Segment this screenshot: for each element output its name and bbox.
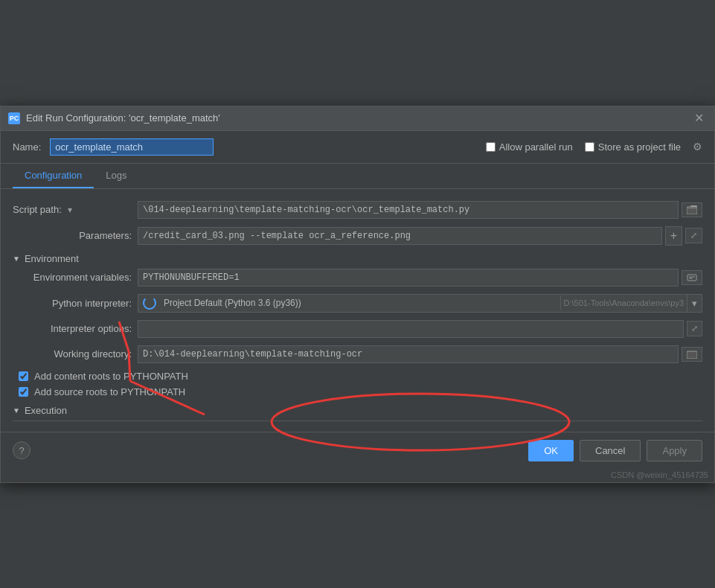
environment-label: Environment bbox=[25, 253, 79, 264]
execution-label: Execution bbox=[25, 405, 67, 416]
interpreter-select-container[interactable]: Project Default (Python 3.6 (py36)) D:\5… bbox=[138, 294, 702, 313]
allow-parallel-group: Allow parallel run bbox=[486, 141, 573, 153]
pycharm-icon: PC bbox=[8, 112, 20, 124]
tab-configuration[interactable]: Configuration bbox=[13, 164, 94, 188]
script-path-row: Script path: ▾ bbox=[13, 201, 702, 219]
script-path-dropdown-arrow[interactable]: ▾ bbox=[68, 205, 72, 215]
working-dir-input[interactable] bbox=[138, 345, 679, 363]
svg-rect-6 bbox=[687, 351, 697, 359]
parameters-label: Parameters: bbox=[13, 230, 132, 241]
interpreter-dropdown-arrow-icon[interactable]: ▾ bbox=[687, 295, 702, 312]
allow-parallel-checkbox[interactable] bbox=[486, 142, 496, 152]
python-interpreter-label: Python interpreter: bbox=[13, 298, 132, 309]
allow-parallel-label: Allow parallel run bbox=[499, 141, 573, 153]
add-source-roots-label: Add source roots to PYTHONPATH bbox=[34, 386, 185, 397]
help-button[interactable]: ? bbox=[13, 441, 31, 459]
env-vars-row: Environment variables: bbox=[13, 269, 702, 287]
close-button[interactable]: ✕ bbox=[691, 111, 707, 126]
execution-section-header: ▼ Execution bbox=[13, 405, 702, 416]
tab-logs[interactable]: Logs bbox=[94, 164, 138, 188]
store-project-label: Store as project file bbox=[598, 141, 681, 153]
svg-rect-2 bbox=[687, 207, 697, 214]
apply-button[interactable]: Apply bbox=[647, 440, 702, 461]
cancel-button[interactable]: Cancel bbox=[580, 440, 641, 461]
script-path-input[interactable] bbox=[138, 201, 679, 219]
env-vars-field bbox=[138, 269, 702, 287]
python-interpreter-row: Python interpreter: Project Default (Pyt… bbox=[13, 294, 702, 313]
add-source-roots-row: Add source roots to PYTHONPATH bbox=[13, 386, 702, 397]
title-bar: PC Edit Run Configuration: 'ocr_template… bbox=[1, 106, 714, 131]
parameters-row: Parameters: + ⤢ bbox=[13, 226, 702, 246]
add-content-roots-row: Add content roots to PYTHONPATH bbox=[13, 371, 702, 382]
working-dir-browse-btn[interactable] bbox=[682, 347, 702, 362]
store-project-group: Store as project file bbox=[585, 141, 681, 153]
environment-section-header: ▼ Environment bbox=[13, 253, 702, 264]
execution-arrow-icon[interactable]: ▼ bbox=[13, 406, 20, 415]
name-input[interactable] bbox=[50, 138, 214, 156]
store-project-checkbox[interactable] bbox=[585, 142, 594, 152]
interpreter-options-label: Interpreter options: bbox=[13, 323, 132, 334]
parameters-field: + ⤢ bbox=[138, 226, 702, 246]
content-area: Script path: ▾ bbox=[1, 189, 714, 432]
interpreter-path: D:\501-Tools\Anaconda\envs\py3 bbox=[560, 295, 687, 310]
bottom-bar: ? OK Cancel Apply bbox=[1, 432, 714, 469]
interpreter-row: Project Default (Python 3.6 (py36)) D:\5… bbox=[138, 294, 702, 313]
ok-button[interactable]: OK bbox=[528, 440, 574, 461]
svg-rect-3 bbox=[687, 275, 696, 281]
env-vars-input[interactable] bbox=[138, 269, 679, 287]
script-path-field bbox=[138, 201, 702, 219]
gear-icon[interactable]: ⚙ bbox=[693, 141, 702, 153]
edit-run-config-dialog: PC Edit Run Configuration: 'ocr_template… bbox=[0, 106, 715, 483]
parameters-input[interactable] bbox=[138, 227, 662, 245]
execution-section: ▼ Execution bbox=[13, 405, 702, 421]
interpreter-options-field: ⤢ bbox=[138, 320, 702, 338]
env-vars-edit-btn[interactable] bbox=[682, 270, 702, 285]
dialog-title: Edit Run Configuration: 'ocr_template_ma… bbox=[26, 112, 685, 124]
watermark: CSDN @weixin_45164735 bbox=[1, 469, 714, 482]
add-source-roots-checkbox[interactable] bbox=[19, 387, 28, 397]
script-path-browse-btn[interactable] bbox=[682, 202, 702, 217]
header-row: Name: Allow parallel run Store as projec… bbox=[1, 131, 714, 164]
add-content-roots-label: Add content roots to PYTHONPATH bbox=[34, 371, 188, 382]
add-content-roots-checkbox[interactable] bbox=[19, 371, 28, 381]
name-label: Name: bbox=[13, 141, 41, 153]
interpreter-name: Project Default (Python 3.6 (py36)) bbox=[161, 295, 560, 311]
interpreter-loading-icon bbox=[143, 296, 156, 310]
interpreter-options-input[interactable] bbox=[138, 320, 684, 338]
parameters-add-btn[interactable]: + bbox=[665, 226, 682, 246]
working-dir-field bbox=[138, 345, 702, 363]
environment-arrow-icon[interactable]: ▼ bbox=[13, 255, 20, 263]
interpreter-options-row: Interpreter options: ⤢ bbox=[13, 320, 702, 338]
working-dir-row: Working directory: bbox=[13, 345, 702, 363]
execution-divider bbox=[13, 421, 702, 421]
header-options: Allow parallel run Store as project file… bbox=[486, 141, 702, 153]
working-dir-label: Working directory: bbox=[13, 348, 132, 359]
tabs-row: Configuration Logs bbox=[1, 164, 714, 189]
parameters-expand-btn[interactable]: ⤢ bbox=[685, 228, 702, 243]
env-vars-label: Environment variables: bbox=[13, 272, 132, 283]
interpreter-options-expand-btn[interactable]: ⤢ bbox=[687, 321, 702, 336]
script-path-label: Script path: ▾ bbox=[13, 204, 132, 215]
